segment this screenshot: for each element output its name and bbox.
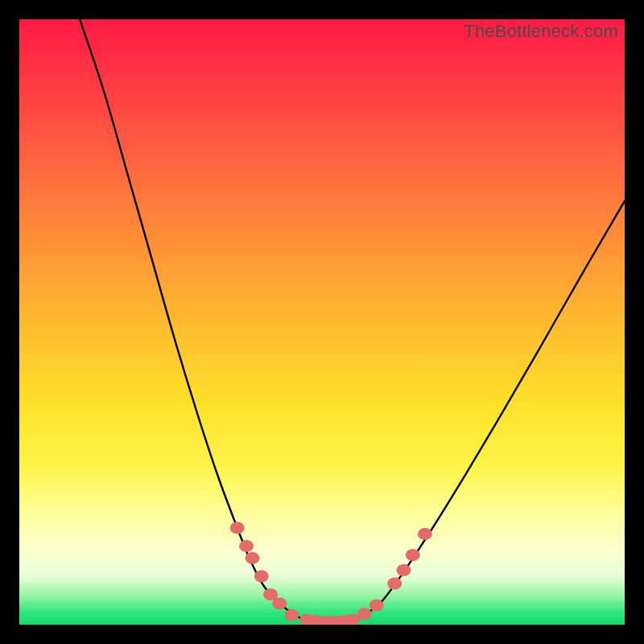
- data-marker: [246, 552, 260, 564]
- bottleneck-chart: [19, 19, 625, 625]
- chart-frame: TheBottleneck.com: [19, 19, 625, 625]
- bottleneck-curve: [80, 19, 625, 621]
- marker-group: [230, 522, 432, 625]
- data-marker: [406, 549, 420, 561]
- curve-group: [80, 19, 625, 621]
- data-marker: [230, 522, 245, 534]
- data-marker: [345, 613, 360, 625]
- data-marker: [387, 577, 402, 589]
- data-marker: [357, 608, 372, 620]
- data-marker: [369, 599, 384, 611]
- data-marker: [397, 564, 411, 576]
- data-marker: [272, 597, 287, 609]
- data-marker: [239, 540, 254, 552]
- data-marker: [254, 570, 269, 582]
- watermark-text: TheBottleneck.com: [464, 21, 618, 42]
- data-marker: [284, 609, 299, 621]
- data-marker: [418, 528, 432, 540]
